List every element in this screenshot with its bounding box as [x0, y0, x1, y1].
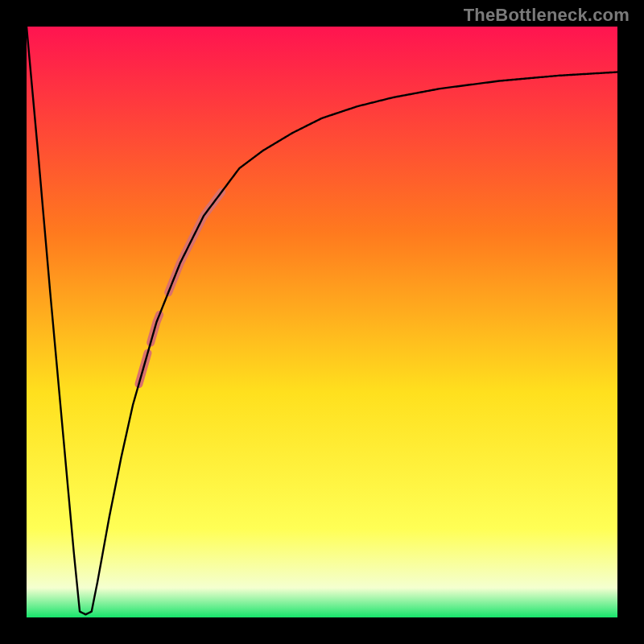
- gradient-background: [27, 27, 617, 617]
- watermark-text: TheBottleneck.com: [464, 5, 630, 26]
- chart-canvas: [27, 27, 617, 617]
- plot-area: [27, 27, 617, 617]
- chart-frame: TheBottleneck.com: [0, 0, 644, 644]
